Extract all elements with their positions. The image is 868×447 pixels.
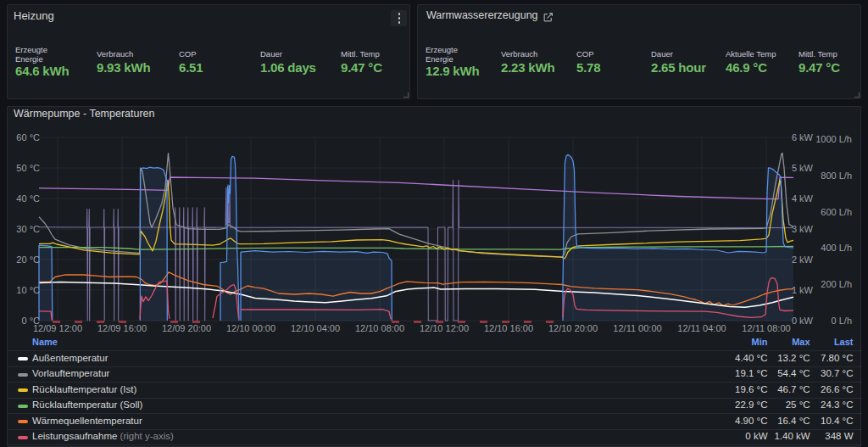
svg-text:400 L/h: 400 L/h bbox=[821, 243, 852, 253]
svg-text:3 kW: 3 kW bbox=[792, 224, 814, 234]
svg-text:2 kW: 2 kW bbox=[792, 254, 814, 265]
svg-text:600 L/h: 600 L/h bbox=[821, 207, 852, 217]
svg-text:50 °C: 50 °C bbox=[16, 163, 40, 173]
svg-text:1000 L/h: 1000 L/h bbox=[815, 134, 852, 144]
svg-text:10 °C: 10 °C bbox=[16, 285, 40, 295]
svg-text:1 kW: 1 kW bbox=[792, 285, 814, 295]
svg-text:12/11 08:00: 12/11 08:00 bbox=[742, 323, 790, 333]
svg-text:6 kW: 6 kW bbox=[792, 132, 814, 142]
svg-text:12/10 12:00: 12/10 12:00 bbox=[420, 323, 469, 333]
svg-text:5 kW: 5 kW bbox=[792, 163, 814, 173]
svg-text:200 L/h: 200 L/h bbox=[821, 279, 852, 289]
svg-text:4 kW: 4 kW bbox=[792, 193, 814, 204]
svg-text:12/10 08:00: 12/10 08:00 bbox=[355, 323, 404, 333]
svg-text:12/09 20:00: 12/09 20:00 bbox=[162, 323, 211, 333]
svg-text:800 L/h: 800 L/h bbox=[821, 170, 852, 181]
svg-text:0 L/h: 0 L/h bbox=[832, 316, 852, 326]
svg-text:0 kW: 0 kW bbox=[792, 316, 814, 326]
svg-text:12/10 16:00: 12/10 16:00 bbox=[484, 323, 533, 333]
svg-text:40 °C: 40 °C bbox=[16, 193, 40, 204]
svg-text:12/09 12:00: 12/09 12:00 bbox=[33, 323, 82, 333]
svg-text:12/10 00:00: 12/10 00:00 bbox=[226, 323, 275, 333]
svg-text:12/09 16:00: 12/09 16:00 bbox=[97, 323, 147, 333]
svg-text:30 °C: 30 °C bbox=[16, 224, 40, 234]
svg-text:12/11 04:00: 12/11 04:00 bbox=[677, 323, 726, 333]
svg-text:20 °C: 20 °C bbox=[16, 254, 40, 265]
svg-text:12/10 04:00: 12/10 04:00 bbox=[291, 323, 340, 333]
svg-text:12/11 00:00: 12/11 00:00 bbox=[613, 323, 661, 333]
svg-text:12/10 20:00: 12/10 20:00 bbox=[548, 323, 598, 333]
svg-text:60 °C: 60 °C bbox=[16, 132, 40, 142]
